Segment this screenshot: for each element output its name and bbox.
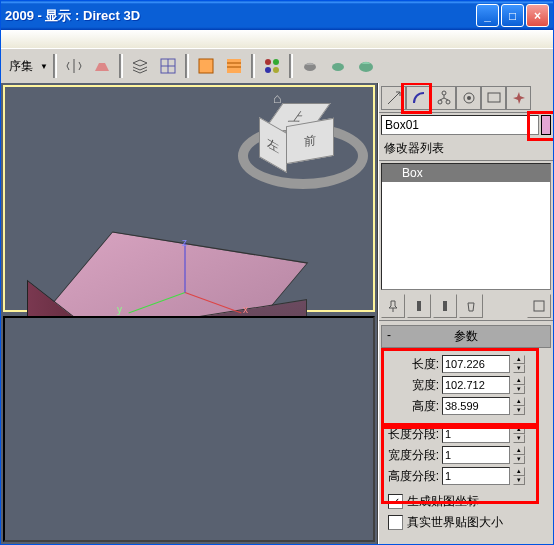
make-unique-button[interactable]: [433, 294, 457, 318]
length-segs-input[interactable]: [442, 425, 510, 443]
pin-stack-button[interactable]: [381, 294, 405, 318]
layers-button[interactable]: [127, 53, 153, 79]
height-segs-spinner[interactable]: ▴▾: [513, 467, 525, 485]
svg-rect-4: [227, 59, 241, 73]
render-setup-button[interactable]: [297, 53, 323, 79]
title-bar: 2009 - 显示 : Direct 3D _ □ ×: [1, 1, 553, 30]
svg-point-18: [467, 96, 471, 100]
height-segs-label: 高度分段:: [383, 468, 439, 485]
svg-point-10: [273, 67, 279, 73]
modify-tab[interactable]: [406, 86, 431, 110]
gen-map-coords-checkbox[interactable]: ✓: [388, 494, 403, 509]
remove-modifier-button[interactable]: [459, 294, 483, 318]
width-label: 宽度:: [383, 377, 439, 394]
motion-tab[interactable]: [456, 86, 481, 110]
command-panel-tabs: [379, 83, 553, 113]
modifier-list-label[interactable]: 修改器列表: [379, 137, 553, 161]
display-tab[interactable]: [481, 86, 506, 110]
svg-rect-22: [534, 301, 544, 311]
svg-point-9: [265, 67, 271, 73]
selection-set-label: 序集: [5, 58, 37, 75]
window-title: 2009 - 显示 : Direct 3D: [5, 7, 140, 25]
render-button[interactable]: [353, 53, 379, 79]
svg-rect-20: [417, 301, 421, 311]
height-segs-input[interactable]: [442, 467, 510, 485]
modifier-item-box[interactable]: Box: [382, 164, 550, 182]
svg-point-7: [265, 59, 271, 65]
view-cube[interactable]: ⌂ 上 左 前: [233, 95, 353, 215]
object-color-swatch[interactable]: [541, 115, 551, 135]
menu-bar: [1, 30, 553, 48]
real-world-checkbox[interactable]: [388, 515, 403, 530]
maximize-button[interactable]: □: [501, 4, 524, 27]
svg-point-12: [332, 63, 344, 71]
length-label: 长度:: [383, 356, 439, 373]
main-toolbar: 序集 ▼: [1, 48, 553, 84]
svg-rect-21: [443, 301, 447, 311]
dropdown-arrow-icon[interactable]: ▼: [39, 61, 49, 71]
length-spinner[interactable]: ▴▾: [513, 355, 525, 373]
svg-point-8: [273, 59, 279, 65]
width-segs-label: 宽度分段:: [383, 447, 439, 464]
svg-point-15: [438, 100, 442, 104]
render-frame-button[interactable]: [325, 53, 351, 79]
secondary-viewport[interactable]: [3, 316, 375, 543]
width-input[interactable]: [442, 376, 510, 394]
close-button[interactable]: ×: [526, 4, 549, 27]
params-rollup-header[interactable]: 参数: [381, 325, 551, 348]
utilities-tab[interactable]: [506, 86, 531, 110]
align-button[interactable]: [89, 53, 115, 79]
modifier-stack[interactable]: Box: [381, 163, 551, 290]
width-spinner[interactable]: ▴▾: [513, 376, 525, 394]
svg-point-16: [446, 100, 450, 104]
configure-sets-button[interactable]: [527, 294, 551, 318]
dope-sheet-button[interactable]: [221, 53, 247, 79]
height-spinner[interactable]: ▴▾: [513, 397, 525, 415]
material-editor-button[interactable]: [259, 53, 285, 79]
height-input[interactable]: [442, 397, 510, 415]
mirror-button[interactable]: [61, 53, 87, 79]
svg-rect-19: [488, 93, 500, 102]
length-segs-spinner[interactable]: ▴▾: [513, 425, 525, 443]
width-segs-input[interactable]: [442, 446, 510, 464]
height-label: 高度:: [383, 398, 439, 415]
curve-editor-button[interactable]: [193, 53, 219, 79]
real-world-label: 真实世界贴图大小: [407, 514, 503, 531]
viewport-area: ⌂ 上 左 前 x: [1, 83, 378, 544]
schematic-view-button[interactable]: [155, 53, 181, 79]
perspective-viewport[interactable]: ⌂ 上 左 前 x: [3, 85, 375, 312]
command-panel: 修改器列表 Box 参数 长度: ▴▾: [378, 83, 553, 544]
hierarchy-tab[interactable]: [431, 86, 456, 110]
length-input[interactable]: [442, 355, 510, 373]
width-segs-spinner[interactable]: ▴▾: [513, 446, 525, 464]
show-end-result-button[interactable]: [407, 294, 431, 318]
minimize-button[interactable]: _: [476, 4, 499, 27]
svg-rect-3: [199, 59, 213, 73]
create-tab[interactable]: [381, 86, 406, 110]
gen-map-coords-label: 生成贴图坐标: [407, 493, 479, 510]
length-segs-label: 长度分段:: [383, 426, 439, 443]
object-name-input[interactable]: [381, 115, 539, 135]
svg-point-14: [442, 91, 446, 95]
